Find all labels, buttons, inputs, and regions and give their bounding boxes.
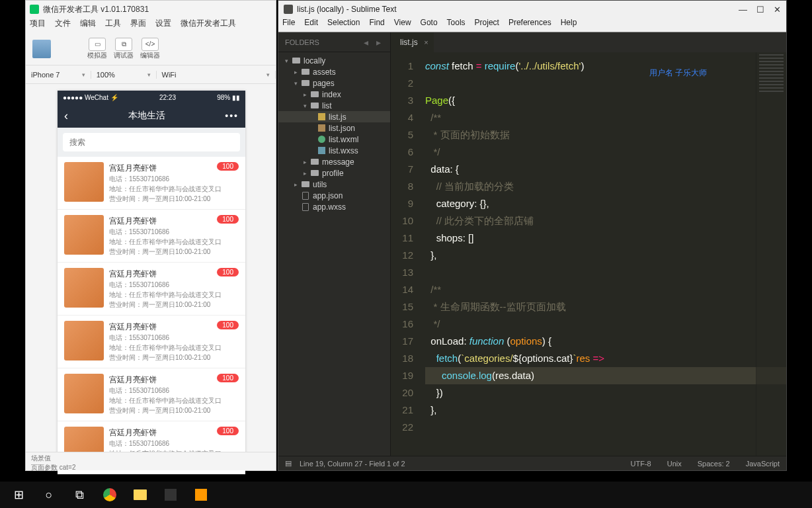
st-title-text: list.js (locally) - Sublime Text (297, 5, 396, 14)
menu-preferences[interactable]: Preferences (508, 18, 551, 32)
minimap[interactable] (756, 52, 786, 456)
shop-item[interactable]: 宫廷月亮虾饼电话：15530710686地址：任丘市裕华中路与会战道交叉口营业时… (58, 368, 245, 421)
menu-tools[interactable]: Tools (447, 18, 466, 32)
debugger-button[interactable]: ⧉调试器 (110, 38, 137, 60)
wx-menu-file[interactable]: 文件 (55, 18, 71, 32)
battery-label: 98% ▮▮ (217, 94, 240, 101)
shop-image (64, 215, 104, 255)
device-select[interactable]: iPhone 7▾ (26, 71, 91, 79)
sidebar-header: FOLDERS ◂ ▸ (278, 32, 390, 52)
device-row: iPhone 7▾ 100%▾ WiFi▾ (26, 65, 276, 84)
network-select[interactable]: WiFi▾ (157, 71, 276, 79)
tree-profile[interactable]: ▸profile (278, 167, 390, 179)
tree-root[interactable]: ▾locally (278, 55, 390, 66)
line-gutter: 12345678910111213141516171819202122 (391, 52, 420, 456)
folders-label: FOLDERS (285, 38, 319, 46)
shop-addr: 地址：任丘市裕华中路与会战道交叉口 (109, 184, 239, 194)
tree-appjson[interactable]: app.json (278, 190, 390, 201)
tree-utils[interactable]: ▸utils (278, 179, 390, 190)
chevron-down-icon: ▾ (147, 71, 151, 78)
footer-scene: 场景值 (31, 454, 270, 463)
cortana-icon[interactable]: ○ (34, 482, 63, 508)
wx-menu-edit[interactable]: 编辑 (80, 18, 96, 32)
tree-listwxss[interactable]: list.wxss (278, 145, 390, 156)
code-area[interactable]: 12345678910111213141516171819202122 cons… (391, 52, 786, 456)
chrome-icon[interactable] (95, 482, 124, 508)
tree-index[interactable]: ▸index (278, 89, 390, 100)
shop-addr: 地址：任丘市裕华中路与会战道交叉口 (109, 237, 239, 247)
nav-arrows-icon[interactable]: ◂ ▸ (364, 37, 384, 48)
sublime-icon[interactable] (186, 482, 216, 508)
tree-list[interactable]: ▾list (278, 100, 390, 111)
tree-appwxss[interactable]: app.wxss (278, 201, 390, 212)
wx-menu-devtools[interactable]: 微信开发者工具 (181, 18, 236, 32)
tree-pages[interactable]: ▾pages (278, 77, 390, 89)
back-icon[interactable]: ‹ (64, 109, 68, 123)
tab-bar: list.js× (391, 32, 786, 52)
shop-item[interactable]: 宫廷月亮虾饼电话：15530710686地址：任丘市裕华中路与会战道交叉口营业时… (58, 263, 245, 316)
simulator-button[interactable]: ▭模拟器 (84, 38, 110, 60)
close-button[interactable]: ✕ (774, 5, 781, 15)
code-body[interactable]: const fetch = require('../../utils/fetch… (420, 52, 786, 456)
search-input[interactable] (63, 133, 240, 151)
console-icon[interactable]: ▤ (285, 459, 292, 468)
menu-help[interactable]: Help (561, 18, 577, 32)
status-encoding[interactable]: UTF-8 (631, 460, 651, 468)
shop-list[interactable]: 宫廷月亮虾饼电话：15530710686地址：任丘市裕华中路与会战道交叉口营业时… (58, 157, 245, 474)
sublime-window: list.js (locally) - Sublime Text — ☐ ✕ F… (278, 0, 787, 471)
chevron-down-icon: ▾ (266, 71, 270, 78)
carrier-label: ●●●●● WeChat ⚡ (63, 94, 118, 101)
shop-phone: 电话：15530710686 (109, 333, 239, 343)
menu-file[interactable]: File (282, 18, 295, 32)
shop-phone: 电话：15530710686 (109, 439, 239, 448)
menu-selection[interactable]: Selection (327, 18, 360, 32)
tree-listjs[interactable]: list.js (278, 111, 390, 122)
wx-toolbar: ▭模拟器 ⧉调试器 </>编辑器 (26, 32, 276, 65)
explorer-icon[interactable] (126, 482, 155, 508)
close-tab-icon[interactable]: × (424, 38, 428, 46)
menu-find[interactable]: Find (369, 18, 384, 32)
wx-menu-interface[interactable]: 界面 (130, 18, 146, 32)
menu-project[interactable]: Project (475, 18, 499, 32)
status-lang[interactable]: JavaScript (746, 460, 780, 468)
editor-button[interactable]: </>编辑器 (137, 38, 163, 60)
tree-assets[interactable]: ▸assets (278, 66, 390, 77)
tree-message[interactable]: ▸message (278, 156, 390, 167)
wx-menu-tools[interactable]: 工具 (105, 18, 121, 32)
maximize-button[interactable]: ☐ (756, 5, 764, 15)
shop-item[interactable]: 宫廷月亮虾饼电话：15530710686地址：任丘市裕华中路与会战道交叉口营业时… (58, 316, 245, 368)
menu-goto[interactable]: Goto (421, 18, 438, 32)
sidebar: FOLDERS ◂ ▸ ▾locally ▸assets ▾pages ▸ind… (278, 32, 391, 456)
shop-item[interactable]: 宫廷月亮虾饼电话：15530710686地址：任丘市裕华中路与会战道交叉口营业时… (58, 157, 245, 210)
status-cursor[interactable]: Line 19, Column 27 - Field 1 of 2 (300, 460, 405, 468)
wx-menu-settings[interactable]: 设置 (155, 18, 171, 32)
start-button[interactable]: ⊞ (4, 482, 33, 508)
wx-menu-project[interactable]: 项目 (30, 18, 46, 32)
user-avatar[interactable] (32, 40, 51, 58)
shop-phone: 电话：15530710686 (109, 280, 239, 290)
shop-image (64, 321, 104, 360)
wechat-devtools-icon[interactable] (156, 482, 185, 508)
st-titlebar[interactable]: list.js (locally) - Sublime Text — ☐ ✕ (278, 1, 786, 18)
shop-badge: 100 (217, 162, 239, 171)
wechat-devtools-window: 微信开发者工具 v1.01.170831 项目 文件 编辑 工具 界面 设置 微… (25, 0, 276, 471)
taskview-icon[interactable]: ⧉ (65, 482, 94, 508)
taskbar: ⊞ ○ ⧉ (0, 482, 812, 508)
tree-listjson[interactable]: list.json (278, 122, 390, 134)
zoom-select[interactable]: 100%▾ (91, 71, 157, 79)
wx-titlebar[interactable]: 微信开发者工具 v1.01.170831 (26, 1, 276, 18)
time-label: 22:23 (159, 94, 176, 101)
menu-edit[interactable]: Edit (304, 18, 318, 32)
status-bar: ▤Line 19, Column 27 - Field 1 of 2 UTF-8… (278, 456, 786, 470)
more-icon[interactable]: ••• (225, 110, 239, 121)
shop-item[interactable]: 宫廷月亮虾饼电话：15530710686地址：任丘市裕华中路与会战道交叉口营业时… (58, 210, 245, 263)
tree-listwxml[interactable]: list.wxml (278, 134, 390, 145)
menu-view[interactable]: View (394, 18, 411, 32)
shop-hours: 营业时间：周一至周日10:00-21:00 (109, 300, 239, 310)
minimize-button[interactable]: — (739, 5, 747, 15)
tab-listjs[interactable]: list.js× (391, 32, 434, 52)
status-eol[interactable]: Unix (667, 460, 682, 468)
footer-params: 页面参数 cat=2 (31, 463, 270, 472)
status-spaces[interactable]: Spaces: 2 (698, 460, 730, 468)
watermark: 用户名 子乐大师 (649, 64, 707, 81)
